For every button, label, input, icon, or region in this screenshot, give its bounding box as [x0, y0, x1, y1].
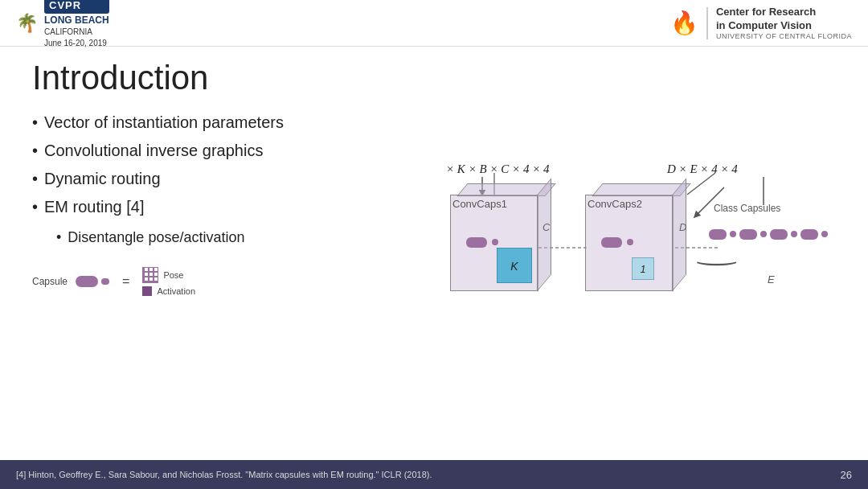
equals-sign: = — [122, 274, 129, 289]
capsule-legend: Capsule = Pose Activation — [32, 267, 402, 296]
convcaps2-side — [672, 178, 686, 291]
footer-reference: [4] Hinton, Geoffrey E., Sara Sabour, an… — [16, 470, 432, 479]
pose-row: Pose — [142, 267, 195, 283]
class-cap-3 — [770, 229, 788, 240]
bullet-list: Vector of instantiation parameters Convo… — [32, 113, 402, 226]
class-cap-4 — [800, 229, 818, 240]
bullet-2: Convolutional inverse graphics — [32, 142, 402, 160]
svg-line-6 — [696, 187, 724, 216]
bullet-3: Dynamic routing — [32, 170, 402, 188]
slide-title: Introduction — [32, 59, 402, 97]
blue-k-square: K — [497, 248, 532, 283]
bullet-4: EM routing [4] — [32, 198, 402, 216]
d-label: D — [679, 221, 686, 233]
pose-label: Pose — [163, 270, 183, 280]
routing-arrow-svg — [688, 183, 736, 232]
activation-square-icon — [142, 286, 152, 296]
slide: 🌴 CVPR LONG BEACH CALIFORNIA June 16-20,… — [0, 0, 868, 489]
slide-footer: [4] Hinton, Geoffrey E., Sara Sabour, an… — [0, 460, 868, 489]
convcaps1-side — [537, 178, 551, 291]
capsule-oval-icon — [76, 276, 98, 287]
activation-row: Activation — [142, 286, 195, 296]
left-panel: Introduction Vector of instantiation par… — [32, 55, 402, 452]
slide-content: Introduction Vector of instantiation par… — [0, 47, 868, 460]
one-label: 1 — [633, 258, 653, 281]
c-label: C — [542, 221, 550, 233]
dim-label-1: × K × B × C × 4 × 4 — [446, 162, 550, 176]
diagram-container: × K × B × C × 4 × 4 D × E × 4 × 4 ConvCa… — [402, 129, 836, 354]
cvpr-info: LONG BEACH CALIFORNIA June 16-20, 2019 — [44, 14, 109, 50]
sub-bullet-1: Disentangle pose/activation — [56, 229, 402, 246]
capsule-shape — [76, 276, 109, 287]
bullet-1: Vector of instantiation parameters — [32, 113, 402, 132]
caps2-dot — [627, 239, 633, 245]
caps1-oval-1 — [466, 237, 487, 248]
class-cap-dot-2 — [760, 231, 767, 237]
capsule-small-oval-icon — [101, 278, 109, 285]
convcaps1-label: ConvCaps1 — [452, 198, 507, 210]
caps2-oval-1 — [601, 237, 622, 248]
cvpr-badge: CVPR — [44, 0, 109, 14]
cvpr-city: LONG BEACH — [44, 14, 109, 27]
small-blue-sq: 1 — [632, 257, 654, 280]
class-cap-2 — [739, 229, 757, 240]
palm-icon: 🌴 — [16, 13, 38, 34]
e-label: E — [768, 273, 775, 286]
cvpr-state: CALIFORNIA — [44, 27, 109, 38]
convcaps2-label: ConvCaps2 — [588, 198, 642, 210]
capsule-label: Capsule — [32, 276, 68, 287]
class-cap-dot-3 — [791, 231, 797, 237]
ucf-main-text: Center for Research in Computer Vision — [716, 6, 852, 33]
activation-label: Activation — [157, 286, 195, 296]
class-cap-dot-1 — [730, 231, 736, 237]
sub-bullet-list: Disentangle pose/activation — [32, 229, 402, 251]
cvpr-logo: 🌴 CVPR LONG BEACH CALIFORNIA June 16-20,… — [16, 0, 109, 49]
pose-activation: Pose Activation — [142, 267, 195, 296]
pose-grid-icon — [142, 267, 158, 283]
class-cap-dot-4 — [821, 231, 828, 237]
dim-label-2: D × E × 4 × 4 — [667, 162, 738, 176]
right-panel: × K × B × C × 4 × 4 D × E × 4 × 4 ConvCa… — [402, 31, 836, 452]
k-label: K — [497, 249, 531, 284]
caps1-dot — [492, 239, 498, 245]
curly-brace-icon: ⌣ — [693, 249, 739, 276]
page-number: 26 — [841, 469, 852, 481]
